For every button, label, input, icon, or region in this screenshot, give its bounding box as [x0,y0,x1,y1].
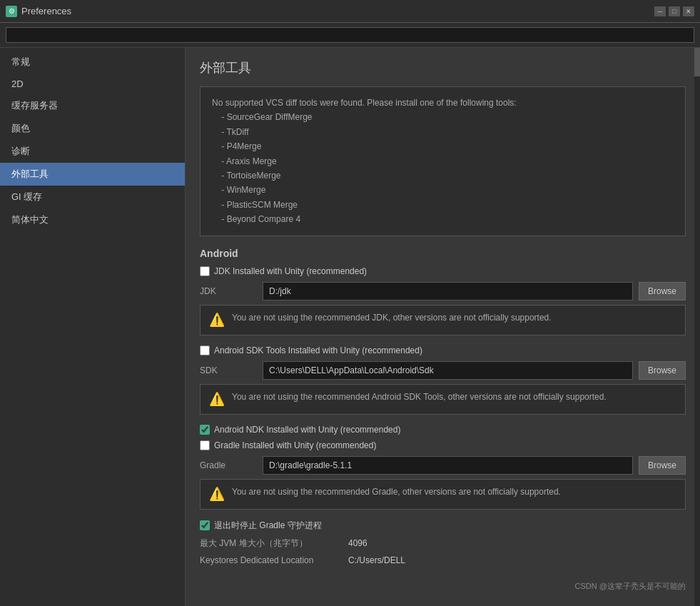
sidebar-item-general[interactable]: 常规 [0,51,185,74]
minimize-button[interactable]: ─ [654,6,666,16]
stop-gradle-checkbox[interactable] [200,520,210,530]
gradle-warning-icon: ⚠️ [209,486,225,502]
sidebar-item-colors[interactable]: 颜色 [0,117,185,140]
sdk-label: SDK [200,365,257,375]
keystore-label: Keystores Dedicated Location [200,555,343,565]
content-area: 外部工具 No supported VCS diff tools were fo… [186,48,700,606]
keystore-value: C:/Users/DELL [348,555,405,565]
sdk-checkbox[interactable] [200,345,210,355]
sidebar: 常规 2D 缓存服务器 颜色 诊断 外部工具 GI 缓存 简体中文 [0,48,186,606]
sdk-input[interactable] [263,361,633,380]
gradle-warning-text: You are not using the recommended Gradle… [232,487,561,497]
scrollbar-thumb[interactable] [694,48,700,76]
ndk-checkbox-row: Android NDK Installed with Unity (recomm… [200,425,686,435]
jdk-browse-button[interactable]: Browse [639,282,686,301]
main-layout: 常规 2D 缓存服务器 颜色 诊断 外部工具 GI 缓存 简体中文 外部工具 N… [0,48,700,606]
ndk-checkbox[interactable] [200,425,210,435]
sdk-warning-text: You are not using the recommended Androi… [232,392,607,402]
sdk-warning-box: ⚠️ You are not using the recommended And… [200,384,686,415]
sdk-field-row: SDK Browse [200,361,686,380]
vcs-tool-2: - TkDiff [212,127,249,137]
jdk-input[interactable] [263,282,633,301]
page-title: 外部工具 [200,59,686,76]
sdk-warning-icon: ⚠️ [209,391,225,407]
gradle-warning-box: ⚠️ You are not using the recommended Gra… [200,479,686,510]
jvm-heap-row: 最大 JVM 堆大小（兆字节） 4096 [200,537,686,550]
sidebar-item-diagnostics[interactable]: 诊断 [0,140,185,163]
watermark: CSDN @这辈子秃头是不可能的 [575,581,686,592]
sidebar-item-cache-server[interactable]: 缓存服务器 [0,94,185,117]
sidebar-item-gi-cache[interactable]: GI 缓存 [0,186,185,208]
jdk-checkbox-row: JDK Installed with Unity (recommended) [200,266,686,276]
jdk-warning-text: You are not using the recommended JDK, o… [232,313,552,323]
gradle-field-row: Gradle Browse [200,456,686,475]
stop-gradle-label: 退出时停止 Gradle 守护进程 [214,520,322,532]
search-input[interactable] [6,27,694,43]
vcs-tool-8: - Beyond Compare 4 [212,214,300,224]
gradle-checkbox-label: Gradle Installed with Unity (recommended… [214,440,376,450]
jvm-heap-value: 4096 [348,538,367,548]
title-bar-text: Preferences [21,6,654,16]
jdk-field-row: JDK Browse [200,282,686,301]
stop-gradle-checkbox-row: 退出时停止 Gradle 守护进程 [200,520,686,532]
vcs-info-box: No supported VCS diff tools were found. … [200,86,686,236]
search-bar [0,23,700,48]
gradle-checkbox-row: Gradle Installed with Unity (recommended… [200,440,686,450]
vcs-tool-3: - P4Merge [212,141,261,151]
close-button[interactable]: ✕ [683,6,694,16]
scrollbar-track[interactable] [694,48,700,606]
ndk-checkbox-label: Android NDK Installed with Unity (recomm… [214,425,400,435]
sidebar-item-chinese[interactable]: 简体中文 [0,208,185,231]
jdk-warning-icon: ⚠️ [209,312,225,328]
gradle-label: Gradle [200,460,257,470]
gradle-input[interactable] [263,456,633,475]
vcs-tool-6: - WinMerge [212,185,265,195]
android-section-title: Android [200,248,686,259]
jvm-heap-label: 最大 JVM 堆大小（兆字节） [200,537,343,550]
vcs-tool-4: - Araxis Merge [212,156,277,166]
gradle-browse-button[interactable]: Browse [639,456,686,475]
jdk-checkbox[interactable] [200,266,210,276]
jdk-checkbox-label: JDK Installed with Unity (recommended) [214,266,367,276]
title-bar-controls: ─ □ ✕ [654,6,694,16]
title-bar: ⚙ Preferences ─ □ ✕ [0,0,700,23]
keystore-row: Keystores Dedicated Location C:/Users/DE… [200,555,686,565]
jdk-label: JDK [200,286,257,296]
sdk-checkbox-row: Android SDK Tools Installed with Unity (… [200,345,686,355]
sdk-browse-button[interactable]: Browse [639,361,686,380]
vcs-tool-5: - TortoiseMerge [212,171,280,181]
maximize-button[interactable]: □ [669,6,680,16]
jdk-warning-box: ⚠️ You are not using the recommended JDK… [200,305,686,335]
gradle-checkbox[interactable] [200,440,210,450]
vcs-tool-1: - SourceGear DiffMerge [212,112,313,122]
sidebar-item-external-tools[interactable]: 外部工具 [0,163,185,186]
sdk-checkbox-label: Android SDK Tools Installed with Unity (… [214,345,422,355]
sidebar-item-2d[interactable]: 2D [0,74,185,94]
content-inner: 外部工具 No supported VCS diff tools were fo… [186,48,700,582]
vcs-tool-7: - PlasticSCM Merge [212,200,298,210]
vcs-info-line1: No supported VCS diff tools were found. … [212,98,517,108]
app-icon: ⚙ [6,6,17,17]
